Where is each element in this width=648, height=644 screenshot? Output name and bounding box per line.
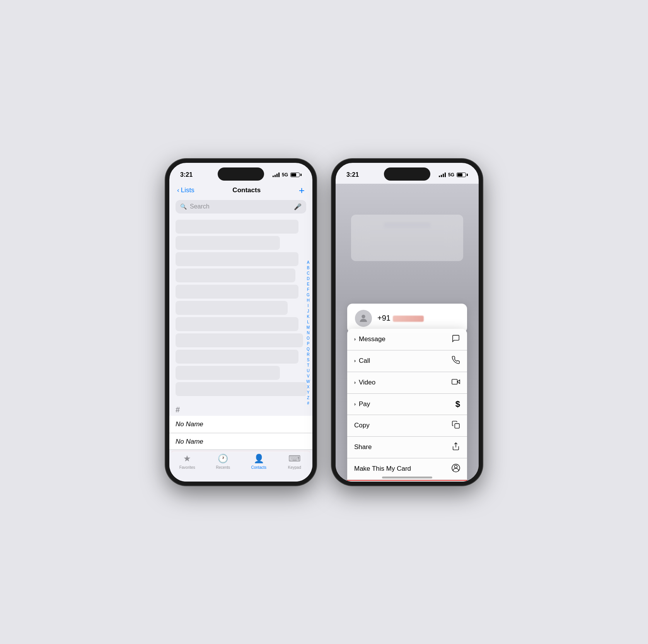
alpha-a[interactable]: A (305, 260, 311, 265)
alpha-d[interactable]: D (305, 276, 311, 281)
menu-item-copy[interactable]: Copy (347, 415, 467, 437)
menu-label-pay: Pay (359, 400, 370, 408)
svg-marker-1 (457, 380, 460, 383)
dynamic-island (218, 167, 264, 181)
contact-item-no-name-2[interactable]: No Name (169, 433, 312, 451)
alpha-v[interactable]: V (305, 373, 311, 378)
alpha-c[interactable]: C (305, 270, 311, 275)
home-indicator-right (382, 477, 432, 478)
alpha-m[interactable]: M (305, 325, 311, 330)
alpha-p[interactable]: P (305, 341, 311, 346)
phone-blurred-preview (393, 316, 424, 322)
skeleton-row (176, 333, 303, 347)
tab-contacts-label: Contacts (251, 465, 266, 470)
menu-item-video[interactable]: › Video (347, 372, 467, 394)
status-time-right: 3:21 (346, 171, 359, 178)
skeleton-row (176, 285, 298, 299)
battery-body (290, 173, 300, 177)
skeleton-row (176, 350, 298, 364)
alpha-s[interactable]: S (305, 357, 311, 362)
alpha-l[interactable]: L (305, 319, 311, 324)
skeleton-row (176, 252, 298, 266)
svg-point-0 (362, 314, 365, 318)
skeleton-row (176, 366, 280, 380)
video-icon (452, 378, 460, 388)
alpha-j[interactable]: J (305, 308, 311, 313)
menu-item-left-message: › Message (354, 335, 385, 343)
contact-list: # No Name No Name +91 727 Contacts (169, 217, 312, 453)
right-iphone: 3:21 5G (332, 159, 483, 485)
menu-label-copy: Copy (354, 422, 370, 429)
star-icon: ★ (183, 454, 191, 464)
blurred-background: +91 › Message (336, 184, 479, 482)
menu-item-left-pay: › Pay (354, 400, 370, 408)
alpha-z[interactable]: Z (305, 395, 311, 400)
dynamic-island-right (384, 167, 430, 181)
message-icon (452, 334, 460, 345)
battery-body-right (457, 173, 466, 177)
contact-phone-preview: +91 (377, 314, 459, 323)
alpha-o[interactable]: O (305, 335, 311, 340)
clock-icon: 🕐 (218, 454, 228, 464)
status-icons-left: 5G (273, 172, 302, 178)
svg-rect-2 (452, 379, 457, 384)
context-menu: › Message › Call (347, 329, 467, 482)
alpha-hash[interactable]: # (305, 400, 311, 405)
add-contact-button[interactable]: + (299, 185, 305, 195)
battery-left (290, 173, 302, 177)
alpha-i[interactable]: I (305, 303, 311, 308)
skeleton-row (176, 382, 307, 396)
menu-item-call[interactable]: › Call (347, 350, 467, 372)
alpha-t[interactable]: T (305, 362, 311, 367)
menu-item-delete[interactable]: Delete Contact (347, 480, 467, 482)
signal-bar-4 (278, 173, 280, 177)
alpha-y[interactable]: Y (305, 389, 311, 395)
copy-icon (452, 420, 460, 431)
make-my-card-icon (452, 464, 460, 474)
alpha-n[interactable]: N (305, 330, 311, 335)
alpha-x[interactable]: X (305, 384, 311, 389)
tab-recents[interactable]: 🕐 Recents (205, 454, 241, 470)
skeleton-row (176, 236, 280, 250)
signal-bar-2 (275, 175, 276, 177)
tab-keypad[interactable]: ⌨ Keypad (277, 454, 313, 470)
signal-bar-3 (443, 174, 444, 177)
skeleton-row (176, 317, 298, 331)
contact-item-no-name-1[interactable]: No Name (169, 416, 312, 433)
chevron-pay: › (354, 401, 356, 407)
alpha-q[interactable]: Q (305, 346, 311, 351)
alpha-h[interactable]: H (305, 297, 311, 302)
alpha-b[interactable]: B (305, 265, 311, 270)
alpha-g[interactable]: G (305, 292, 311, 297)
menu-item-pay[interactable]: › Pay $ (347, 394, 467, 415)
alpha-w[interactable]: W (305, 379, 311, 384)
svg-rect-3 (455, 424, 459, 428)
menu-item-left-video: › Video (354, 379, 375, 386)
menu-item-share[interactable]: Share (347, 437, 467, 458)
chevron-call: › (354, 358, 356, 364)
search-placeholder: Search (190, 203, 291, 210)
menu-item-left-make-my-card: Make This My Card (354, 465, 411, 473)
nav-back-button[interactable]: ‹ Lists (177, 186, 194, 194)
alpha-k[interactable]: K (305, 314, 311, 319)
contact-avatar (355, 310, 372, 327)
alpha-f[interactable]: F (305, 287, 311, 292)
menu-label-call: Call (359, 357, 370, 365)
alpha-index[interactable]: A B C D E F G H I J K L M N O P Q R S T … (305, 260, 311, 405)
search-bar[interactable]: 🔍 Search 🎤 (176, 200, 306, 214)
alpha-e[interactable]: E (305, 281, 311, 286)
status-time-left: 3:21 (180, 171, 193, 178)
signal-bars-right (439, 173, 446, 177)
tab-recents-label: Recents (216, 465, 230, 470)
alpha-r[interactable]: R (305, 352, 311, 357)
context-screen: +91 › Message (336, 184, 479, 482)
menu-item-left-call: › Call (354, 357, 370, 365)
tab-keypad-label: Keypad (288, 465, 301, 470)
signal-bar-2 (441, 175, 442, 177)
menu-label-message: Message (359, 335, 385, 343)
alpha-u[interactable]: U (305, 368, 311, 373)
tab-favorites-label: Favorites (179, 465, 195, 470)
tab-favorites[interactable]: ★ Favorites (169, 454, 205, 470)
menu-item-message[interactable]: › Message (347, 329, 467, 350)
tab-contacts[interactable]: 👤 Contacts (241, 454, 277, 470)
